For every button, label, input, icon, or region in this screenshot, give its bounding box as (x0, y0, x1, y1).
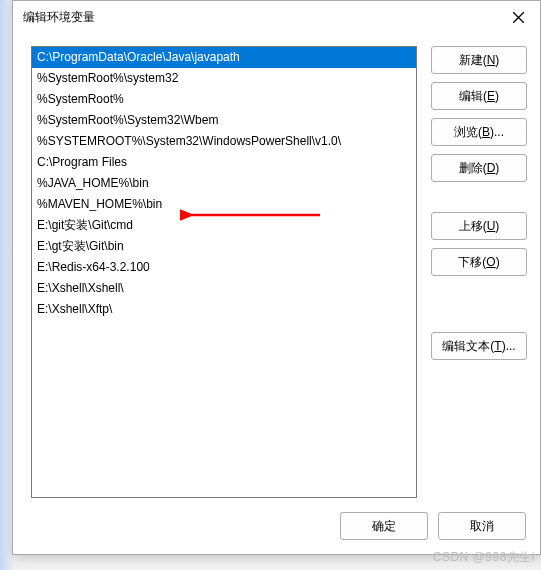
path-listbox[interactable]: C:\ProgramData\Oracle\Java\javapath %Sys… (31, 46, 417, 498)
list-item[interactable]: E:\Xshell\Xftp\ (32, 299, 416, 320)
delete-button[interactable]: 删除(D) (431, 154, 527, 182)
close-icon (513, 12, 524, 23)
list-item[interactable]: C:\ProgramData\Oracle\Java\javapath (32, 47, 416, 68)
edit-env-var-dialog: 编辑环境变量 C:\ProgramData\Oracle\Java\javapa… (12, 0, 541, 555)
list-item[interactable]: %SystemRoot%\System32\Wbem (32, 110, 416, 131)
ok-button[interactable]: 确定 (340, 512, 428, 540)
cancel-button[interactable]: 取消 (438, 512, 526, 540)
list-item[interactable]: %SystemRoot% (32, 89, 416, 110)
edit-button[interactable]: 编辑(E) (431, 82, 527, 110)
list-item[interactable]: E:\git安装\Git\cmd (32, 215, 416, 236)
list-item[interactable]: E:\gt安装\Git\bin (32, 236, 416, 257)
watermark: CSDN @998先生i (433, 549, 535, 566)
browse-button[interactable]: 浏览(B)... (431, 118, 527, 146)
list-item[interactable]: E:\Redis-x64-3.2.100 (32, 257, 416, 278)
new-button[interactable]: 新建(N) (431, 46, 527, 74)
move-up-button[interactable]: 上移(U) (431, 212, 527, 240)
list-item[interactable]: E:\Xshell\Xshell\ (32, 278, 416, 299)
close-button[interactable] (508, 8, 528, 28)
dialog-footer: 确定 取消 (13, 498, 540, 554)
list-item[interactable]: %SYSTEMROOT%\System32\WindowsPowerShell\… (32, 131, 416, 152)
edit-text-button[interactable]: 编辑文本(T)... (431, 332, 527, 360)
list-item[interactable]: %JAVA_HOME%\bin (32, 173, 416, 194)
move-down-button[interactable]: 下移(O) (431, 248, 527, 276)
side-button-panel: 新建(N) 编辑(E) 浏览(B)... 删除(D) 上移(U) 下移(O) 编… (431, 46, 527, 498)
list-item[interactable]: C:\Program Files (32, 152, 416, 173)
titlebar: 编辑环境变量 (13, 1, 540, 34)
list-item[interactable]: %MAVEN_HOME%\bin (32, 194, 416, 215)
list-item[interactable]: %SystemRoot%\system32 (32, 68, 416, 89)
dialog-title: 编辑环境变量 (23, 9, 95, 26)
